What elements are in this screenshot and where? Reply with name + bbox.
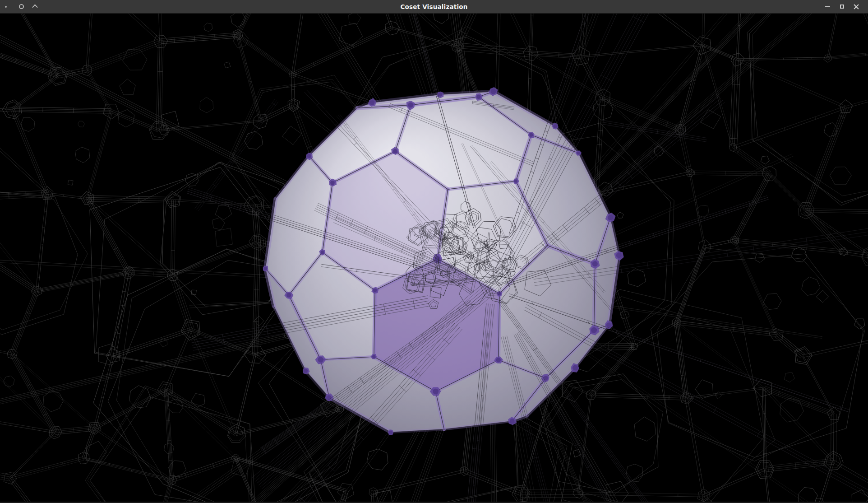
circle-icon[interactable] — [19, 4, 33, 9]
dot-icon — [5, 6, 19, 8]
viewport-3d — [0, 14, 868, 503]
maximize-button[interactable] — [835, 0, 849, 13]
close-icon — [853, 4, 859, 10]
window-title: Coset Visualization — [400, 3, 467, 10]
close-button[interactable] — [849, 0, 863, 13]
window-controls — [820, 0, 868, 13]
app-window: Coset Visualization — [0, 0, 868, 503]
maximize-icon — [840, 5, 844, 9]
coset-render-canvas[interactable] — [0, 14, 868, 503]
chevron-up-icon[interactable] — [33, 5, 47, 9]
minimize-icon — [825, 6, 830, 7]
titlebar-left-icons — [0, 0, 47, 13]
minimize-button[interactable] — [820, 0, 835, 13]
titlebar: Coset Visualization — [0, 0, 868, 14]
